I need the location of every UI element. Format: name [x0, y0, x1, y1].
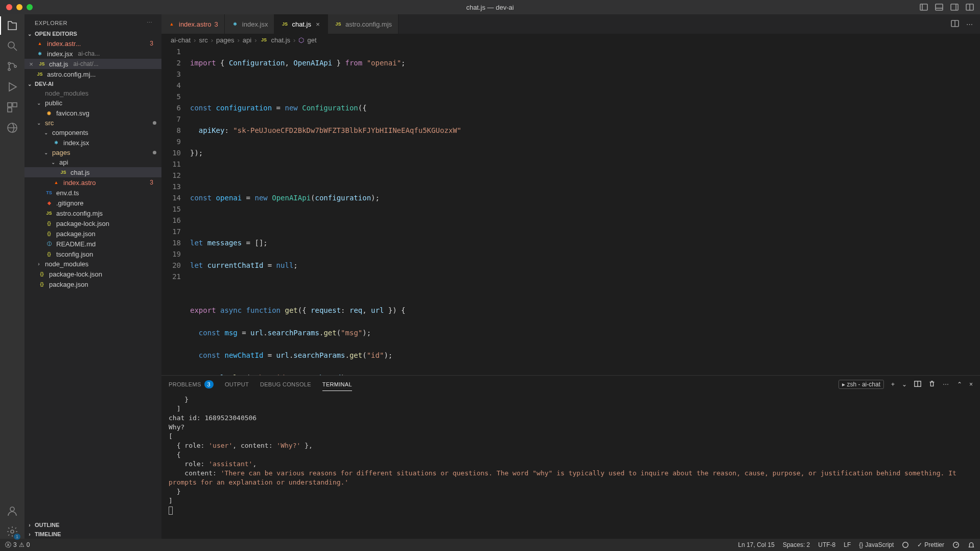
traffic-lights	[6, 4, 33, 10]
astro-file-icon: ▲	[52, 178, 60, 187]
close-panel-icon[interactable]: ×	[969, 381, 973, 388]
titlebar: chat.js — dev-ai	[0, 0, 980, 14]
open-editors-header[interactable]: ⌄ OPEN EDITORS	[25, 29, 161, 38]
encoding-status[interactable]: UTF-8	[818, 541, 835, 548]
split-terminal-icon[interactable]	[914, 380, 921, 389]
breadcrumb-item[interactable]: get	[307, 36, 316, 44]
debug-console-tab[interactable]: DEBUG CONSOLE	[260, 378, 311, 391]
breadcrumb-item[interactable]: pages	[216, 36, 234, 44]
chevron-down-icon: ⌄	[50, 159, 56, 165]
trash-icon[interactable]	[928, 380, 936, 389]
minimize-window-button[interactable]	[16, 4, 22, 10]
open-editor-item[interactable]: JS astro.config.mj...	[25, 69, 161, 79]
panel-left-icon[interactable]	[920, 3, 928, 11]
new-terminal-icon[interactable]: +	[891, 381, 895, 388]
eol-status[interactable]: LF	[844, 541, 851, 548]
terminal-cursor	[169, 507, 173, 515]
json-file-icon: {}	[45, 229, 53, 238]
breadcrumb-item[interactable]: src	[199, 36, 207, 44]
prettier-status[interactable]: ✓Prettier	[917, 541, 944, 548]
breadcrumb[interactable]: ai-chat› src› pages› api› JSchat.js› ⬡ge…	[161, 34, 980, 46]
indentation-status[interactable]: Spaces: 2	[783, 541, 810, 548]
search-icon[interactable]	[5, 39, 19, 53]
close-icon[interactable]: ×	[314, 20, 321, 28]
file-row[interactable]: {}tsconfig.json	[25, 249, 161, 259]
file-row[interactable]: JSastro.config.mjs	[25, 208, 161, 218]
open-editor-item[interactable]: ▲ index.astr... 3	[25, 38, 161, 49]
open-editor-item[interactable]: ⚛ index.jsx ai-cha...	[25, 49, 161, 59]
extensions-icon[interactable]	[5, 100, 19, 114]
folder-row[interactable]: node_modules	[25, 88, 161, 98]
terminal-dropdown-icon[interactable]: ⌄	[902, 381, 907, 388]
tab-astro-config[interactable]: JSastro.config.mjs	[328, 14, 399, 34]
split-editor-icon[interactable]	[951, 19, 959, 29]
file-name: astro.config.mjs	[56, 210, 103, 217]
breadcrumb-item[interactable]: ai-chat	[171, 36, 191, 44]
errors-status[interactable]: ⓧ3⚠0	[5, 541, 30, 549]
maximize-panel-icon[interactable]: ⌃	[957, 381, 962, 388]
file-row[interactable]: ⚛index.jsx	[25, 137, 161, 148]
tab-label: astro.config.mjs	[345, 20, 392, 28]
project-header[interactable]: ⌄ DEV-AI	[25, 79, 161, 88]
live-share-icon[interactable]	[902, 541, 909, 548]
account-icon[interactable]	[5, 504, 19, 518]
run-debug-icon[interactable]	[5, 80, 19, 94]
file-row[interactable]: ◆.gitignore	[25, 198, 161, 208]
folder-row[interactable]: ⌄components	[25, 128, 161, 137]
file-row[interactable]: TSenv.d.ts	[25, 188, 161, 198]
tab-chat-js[interactable]: JSchat.js×	[274, 14, 328, 34]
bell-icon[interactable]	[968, 541, 975, 548]
folder-row[interactable]: ⌄pages	[25, 148, 161, 157]
cursor-position[interactable]: Ln 17, Col 15	[738, 541, 774, 548]
activity-bar: 1	[0, 14, 25, 539]
panel-right-icon[interactable]	[950, 3, 959, 11]
project-label: DEV-AI	[35, 81, 54, 87]
file-row[interactable]: ▲index.astro3	[25, 177, 161, 188]
open-editor-item[interactable]: × JS chat.js ai-chat/...	[25, 59, 161, 69]
terminal-output[interactable]: } ] chat id: 1689523040506 Why? [ { role…	[161, 393, 980, 539]
tab-label: index.astro	[179, 20, 212, 28]
source-control-icon[interactable]	[5, 59, 19, 74]
close-window-button[interactable]	[6, 4, 12, 10]
breadcrumb-item[interactable]: api	[243, 36, 251, 44]
chevron-down-icon: ⌄	[43, 150, 49, 155]
settings-gear-icon[interactable]: 1	[5, 524, 19, 539]
code-content[interactable]: import { Configuration, OpenAIApi } from…	[190, 46, 980, 375]
file-row[interactable]: ⓘREADME.md	[25, 239, 161, 249]
folder-row[interactable]: ⌄src	[25, 118, 161, 128]
folder-row[interactable]: ›node_modules	[25, 259, 161, 269]
language-mode[interactable]: {}JavaScript	[859, 541, 894, 548]
js-file-icon: JS	[45, 209, 53, 217]
code-editor[interactable]: 123456789101112131415161718192021 import…	[161, 46, 980, 375]
file-row[interactable]: {}package.json	[25, 279, 161, 289]
feedback-icon[interactable]	[952, 541, 960, 548]
folder-row[interactable]: ⌄public	[25, 98, 161, 108]
terminal-selector[interactable]: ▸zsh - ai-chat	[838, 380, 884, 389]
maximize-window-button[interactable]	[27, 4, 33, 10]
breadcrumb-item[interactable]: chat.js	[271, 36, 291, 44]
file-row[interactable]: {}package.json	[25, 228, 161, 239]
file-row[interactable]: {}package-lock.json	[25, 218, 161, 228]
js-file-icon: JS	[38, 60, 46, 68]
check-icon: ✓	[917, 541, 922, 548]
close-icon[interactable]: ×	[28, 60, 35, 68]
tab-index-jsx[interactable]: ⚛index.jsx	[225, 14, 275, 34]
problems-tab[interactable]: PROBLEMS3	[169, 377, 214, 392]
file-row[interactable]: ◉favicon.svg	[25, 108, 161, 118]
more-actions-icon[interactable]: ⋯	[966, 20, 974, 28]
more-icon[interactable]: ⋯	[943, 381, 950, 388]
terminal-tab[interactable]: TERMINAL	[322, 378, 352, 391]
output-tab[interactable]: OUTPUT	[225, 378, 249, 391]
timeline-header[interactable]: ›TIMELINE	[25, 530, 161, 539]
layout-icon[interactable]	[966, 3, 974, 11]
explorer-icon[interactable]	[5, 18, 19, 33]
file-row[interactable]: {}package-lock.json	[25, 269, 161, 279]
file-row[interactable]: JSchat.js	[25, 167, 161, 177]
tab-index-astro[interactable]: ▲index.astro3	[161, 14, 225, 34]
astro-file-icon: ▲	[36, 39, 44, 48]
panel-bottom-icon[interactable]	[935, 3, 943, 11]
sidebar-more-icon[interactable]: ⋯	[147, 19, 153, 26]
remote-icon[interactable]	[5, 121, 19, 135]
outline-header[interactable]: ›OUTLINE	[25, 520, 161, 530]
folder-row[interactable]: ⌄api	[25, 157, 161, 167]
